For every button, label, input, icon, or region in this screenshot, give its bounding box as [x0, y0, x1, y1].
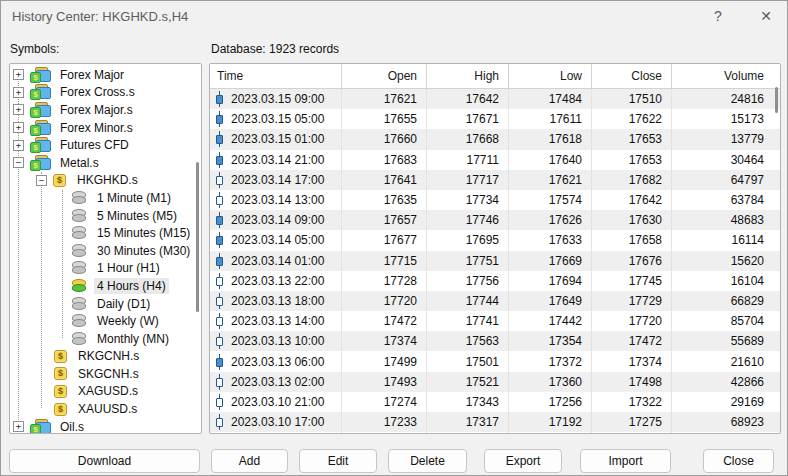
database-icon	[72, 209, 87, 223]
close-icon[interactable]: ✕	[753, 5, 779, 27]
history-table-panel: TimeOpenHighLowCloseVolume 2023.03.15 09…	[209, 63, 781, 434]
table-row[interactable]: 2023.03.13 10:00173741756317354174725568…	[210, 331, 780, 351]
open-value	[342, 432, 427, 433]
bar-time: 2023.03.14 17:00	[231, 173, 324, 187]
tree-item-1-hour-h1[interactable]: 1 Hour (H1)	[10, 260, 201, 278]
candle-icon	[215, 192, 224, 208]
bar-time: 2023.03.10 17:00	[231, 415, 324, 429]
high-value: 17501	[427, 351, 509, 371]
volume-value: 15620	[672, 251, 780, 271]
table-row[interactable]: 2023.03.13 22:00177281775617694177451610…	[210, 271, 780, 291]
import-button[interactable]: Import	[580, 449, 671, 473]
table-row[interactable]: 2023.03.10 17:00172331731717192172756892…	[210, 412, 780, 432]
tree-item-xauusd-s[interactable]: $XAUUSD.s	[10, 400, 201, 418]
low-value: 17360	[509, 372, 592, 392]
export-button[interactable]: Export	[484, 449, 562, 473]
expand-icon[interactable]: +	[13, 140, 24, 151]
tree-item-forex-major[interactable]: +$Forex Major	[10, 66, 201, 84]
column-header-open[interactable]: Open	[342, 64, 427, 88]
tree-item-30-minutes-m30[interactable]: 30 Minutes (M30)	[10, 242, 201, 260]
table-row[interactable]: 2023.03.14 21:00176831771117640176533046…	[210, 150, 780, 170]
tree-item-1-minute-m1[interactable]: 1 Minute (M1)	[10, 189, 201, 207]
tree-item-metal-s[interactable]: −$Metal.s	[10, 154, 201, 172]
tree-item-hkghkd-s[interactable]: −$HKGHKD.s	[10, 172, 201, 190]
close-button[interactable]: Close	[703, 449, 774, 473]
column-header-high[interactable]: High	[427, 64, 509, 88]
low-value: 17256	[509, 392, 592, 412]
database-icon	[72, 297, 87, 311]
tree-item-4-hours-h4[interactable]: 4 Hours (H4)	[10, 277, 201, 295]
download-button[interactable]: Download	[9, 449, 200, 473]
table-row[interactable]: 2023.03.13 06:00174991750117372173742161…	[210, 351, 780, 371]
symbols-label: Symbols:	[10, 42, 59, 56]
collapse-icon[interactable]: −	[13, 157, 24, 168]
tree-item-futures-cfd[interactable]: +$Futures CFD	[10, 136, 201, 154]
table-row[interactable]: 2023.03.15 05:00176551767117611176221517…	[210, 109, 780, 129]
expand-icon[interactable]: +	[13, 69, 24, 80]
table-row[interactable]: 2023.03.14 09:00176571774617626176304868…	[210, 210, 780, 230]
table-row[interactable]: 2023.03.15 09:00176211764217484175102481…	[210, 89, 780, 109]
volume-value: 85704	[672, 311, 780, 331]
expand-icon[interactable]: +	[13, 87, 24, 98]
column-header-volume[interactable]: Volume	[672, 64, 780, 88]
open-value: 17635	[342, 190, 427, 210]
folder-dollar-icon: $	[30, 419, 51, 433]
tree-item-forex-minor-s[interactable]: +$Forex Minor.s	[10, 119, 201, 137]
tree-item-skgcnh-s[interactable]: $SKGCNH.s	[10, 365, 201, 383]
expand-icon[interactable]: +	[13, 421, 24, 432]
open-value: 17720	[342, 291, 427, 311]
tree-item-weekly-w[interactable]: Weekly (W)	[10, 312, 201, 330]
column-header-low[interactable]: Low	[509, 64, 592, 88]
table-row[interactable]: 2023.03.14 05:00176771769517633176581611…	[210, 230, 780, 250]
edit-button[interactable]: Edit	[299, 449, 377, 473]
title-bar: History Center: HKGHKD.s,H4 ? ✕	[1, 1, 787, 31]
table-row[interactable]: 2023.03.14 13:00176351773417574176426378…	[210, 190, 780, 210]
tree-item-monthly-mn[interactable]: Monthly (MN)	[10, 330, 201, 348]
expand-icon[interactable]: +	[13, 104, 24, 115]
add-button[interactable]: Add	[211, 449, 288, 473]
volume-value: 16104	[672, 271, 780, 291]
help-icon[interactable]: ?	[705, 5, 731, 27]
folder-dollar-icon: $	[30, 67, 51, 83]
bar-time: 2023.03.13 10:00	[231, 334, 324, 348]
low-value: 17611	[509, 109, 592, 129]
tree-scrollbar[interactable]	[196, 162, 199, 312]
volume-value: 15173	[672, 109, 780, 129]
candle-icon	[215, 232, 224, 248]
column-header-close[interactable]: Close	[592, 64, 672, 88]
tree-item-daily-d1[interactable]: Daily (D1)	[10, 295, 201, 313]
open-value: 17657	[342, 210, 427, 230]
column-header-time[interactable]: Time	[210, 64, 342, 88]
database-icon	[72, 261, 87, 275]
table-row[interactable]: 2023.03.13 14:00174721774117442177208570…	[210, 311, 780, 331]
table-row[interactable]: 2023.03.13 02:00174931752117360174984286…	[210, 372, 780, 392]
tree-item-forex-cross-s[interactable]: +$Forex Cross.s	[10, 84, 201, 102]
high-value	[427, 432, 509, 433]
table-row[interactable]: 2023.03.10 21:00172741734317256173222916…	[210, 392, 780, 412]
collapse-icon[interactable]: −	[36, 175, 47, 186]
tree-item-15-minutes-m15[interactable]: 15 Minutes (M15)	[10, 224, 201, 242]
tree-item-5-minutes-m5[interactable]: 5 Minutes (M5)	[10, 207, 201, 225]
delete-button[interactable]: Delete	[388, 449, 467, 473]
table-row[interactable]: 2023.03.13 18:00177201774417649177296682…	[210, 291, 780, 311]
table-row[interactable]: 2023.03.15 01:00176601766817618176531377…	[210, 129, 780, 149]
high-value: 17563	[427, 331, 509, 351]
table-row[interactable]: 2023.03.14 01:00177151775117669176761562…	[210, 251, 780, 271]
volume-value: 30464	[672, 150, 780, 170]
open-value: 17728	[342, 271, 427, 291]
tree-item-label: 30 Minutes (M30)	[94, 243, 193, 259]
bar-time: 2023.03.14 09:00	[231, 213, 324, 227]
tree-item-rkgcnh-s[interactable]: $RKGCNH.s	[10, 348, 201, 366]
table-scrollbar[interactable]	[775, 87, 778, 113]
expand-icon[interactable]: +	[13, 122, 24, 133]
table-row[interactable]: 2023.03.14 17:00176411771717621176826479…	[210, 170, 780, 190]
tree-item-oil-s[interactable]: +$Oil.s	[10, 418, 201, 433]
close-value: 17653	[592, 150, 672, 170]
tree-item-label: Monthly (MN)	[94, 331, 172, 347]
candle-icon	[215, 293, 224, 309]
high-value: 17756	[427, 271, 509, 291]
table-row-partial[interactable]	[210, 432, 780, 433]
tree-item-forex-major-s[interactable]: +$Forex Major.s	[10, 101, 201, 119]
tree-item-xagusd-s[interactable]: $XAGUSD.s	[10, 383, 201, 401]
bar-time: 2023.03.13 22:00	[231, 274, 324, 288]
